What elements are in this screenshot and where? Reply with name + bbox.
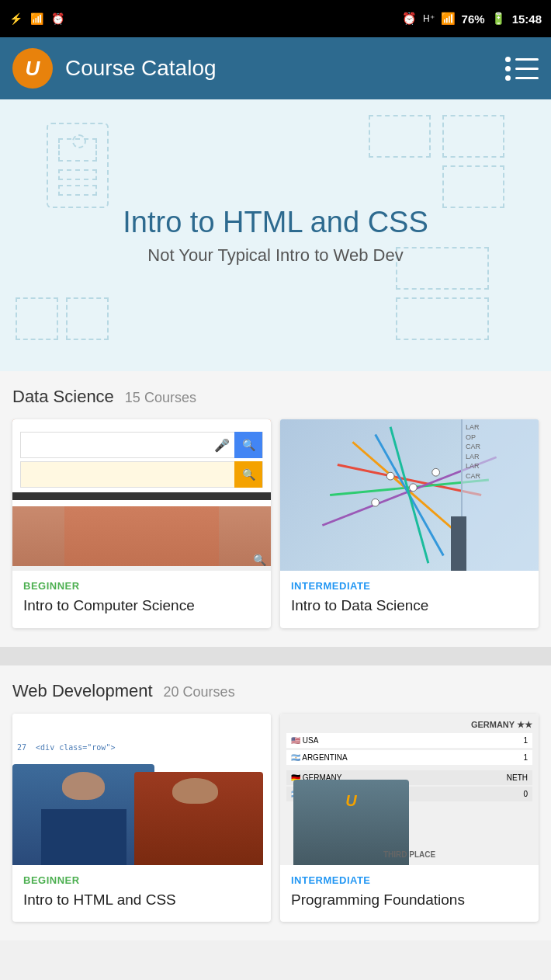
app-bar: U Course Catalog [0,37,551,99]
hero-text: Intro to HTML and CSS Not Your Typical I… [123,206,428,266]
status-bar: ⚡ 📶 ⏰ ⏰ H⁺ 📶 76% 🔋 15:48 [0,0,551,37]
bracket-row-2: 🇦🇷 ARGENTINA 1 [286,750,532,765]
mic-icon: 🎤 [210,438,234,453]
menu-bar-1 [515,58,539,61]
course-info-ds: INTERMEDIATE Intro to Data Science [280,571,539,628]
svg-point-9 [372,499,379,506]
course-card-prog[interactable]: GERMANY ★★ 🇺🇸 USA 1 🇦🇷 ARGENTINA 1 🇩🇪 GE… [280,714,539,923]
menu-line-1 [505,57,539,62]
svg-point-7 [410,484,418,492]
person-ds-silhouette [451,516,466,571]
web-dev-header: Web Development 20 Courses [12,681,539,701]
web-dev-courses-row: 27 <div class="row"> 28 <h2>Featured Wor… [12,714,539,923]
web-dev-title: Web Development [12,681,153,701]
course-info-prog: INTERMEDIATE Programming Foundations [280,865,539,923]
wf-screen3 [58,185,97,196]
menu-dot-2 [505,66,511,71]
course-thumbnail-html: 27 <div class="row"> 28 <h2>Featured Wor… [12,714,271,865]
data-science-count: 15 Courses [125,390,196,406]
dark-bar [12,492,271,500]
course-info-html: BEGINNER Intro to HTML and CSS [12,865,271,923]
p1-head [62,772,105,800]
search-row-1: 🎤 🔍 [20,432,263,458]
menu-line-3 [505,75,539,81]
udacity-logo: U [12,48,53,89]
battery-icon: 🔋 [491,12,506,26]
overflow-menu-button[interactable] [505,57,539,81]
course-thumbnail-ds: LAROPCARLARLARCAR [280,419,539,571]
network-icon: H⁺ [423,13,435,24]
menu-dot-1 [505,57,511,62]
code-line-1: 27 <div class="row"> [17,742,266,753]
br4-score: 0 [523,790,528,798]
course-level-ds: INTERMEDIATE [291,580,528,592]
course-thumbnail-prog: GERMANY ★★ 🇺🇸 USA 1 🇦🇷 ARGENTINA 1 🇩🇪 GE… [280,714,539,865]
search-button-orange[interactable]: 🔍 [234,461,262,488]
menu-line-2 [505,66,539,71]
wf-box-r2 [369,115,431,158]
menu-dot-3 [505,75,511,81]
course-level-prog: INTERMEDIATE [291,874,528,886]
app-title: Course Catalog [65,56,217,81]
wf-screen2 [58,169,97,180]
search-button-blue[interactable]: 🔍 [234,432,262,458]
course-name-prog: Programming Foundations [291,891,528,910]
wf-circle [72,134,86,148]
menu-bar-2 [515,68,539,70]
course-card-ds[interactable]: LAROPCARLARLARCAR INTERMEDIATE Intro to … [280,419,539,628]
br2-label: 🇦🇷 ARGENTINA [291,753,348,762]
person-html-1 [12,764,154,865]
wf-box-b2 [66,297,109,340]
svg-point-8 [432,468,440,476]
person-html-2 [134,772,264,865]
building-right: LAROPCARLARLARCAR [461,419,539,571]
course-card-cs[interactable]: 🎤 🔍 🔍 [12,419,271,628]
search-ui: 🎤 🔍 🔍 [12,419,271,506]
menu-bar-3 [515,77,539,79]
course-name-ds: Intro to Data Science [291,596,528,616]
course-level-html: BEGINNER [23,874,260,886]
course-name-cs: Intro to Computer Science [23,596,260,616]
course-info-cs: BEGINNER Intro to Computer Science [12,571,271,628]
wf-box-r1 [442,115,504,158]
app-bar-left: U Course Catalog [12,48,217,89]
svg-point-6 [386,472,394,480]
clock: 15:48 [512,12,542,26]
wf-box-b1 [16,297,58,340]
bracket-country: GERMANY ★★ [286,720,532,730]
search-icon-small: 🔍 [248,549,271,571]
status-right: ⏰ H⁺ 📶 76% 🔋 15:48 [402,12,542,26]
svg-line-5 [390,427,428,564]
status-left-icons: ⚡ 📶 ⏰ [9,12,64,25]
bracket-row-1: 🇺🇸 USA 1 [286,733,532,748]
third-place-label: THIRD PLACE [280,850,539,859]
map-container: LAROPCARLARLARCAR [280,419,539,571]
wifi-icon: 📶 [30,12,43,25]
web-dev-count: 20 Courses [164,684,235,700]
p2-head [172,778,217,805]
br3-score: NETH [507,773,528,782]
hero-title: Intro to HTML and CSS [123,206,428,239]
p1-body [41,809,126,865]
hero-subtitle: Not Your Typical Intro to Web Dev [123,245,428,266]
alarm-clock-icon: ⏰ [402,12,417,26]
thumb-bottom-bar [12,566,271,571]
battery-percent: 76% [462,12,485,26]
br1-score: 1 [523,736,528,745]
course-card-html[interactable]: 27 <div class="row"> 28 <h2>Featured Wor… [12,714,271,923]
data-science-title: Data Science [12,387,114,407]
data-science-section: Data Science 15 Courses 🎤 🔍 🔍 [0,371,551,647]
course-name-html: Intro to HTML and CSS [23,891,260,910]
alarm-icon: ⏰ [51,12,64,25]
br1-label: 🇺🇸 USA [291,736,318,745]
people-overlay [12,764,271,865]
search-row-2: 🔍 [20,461,263,488]
usb-icon: ⚡ [9,12,23,25]
signal-icon: 📶 [441,12,456,26]
br2-score: 1 [523,753,528,762]
data-science-courses-row: 🎤 🔍 🔍 [12,419,539,628]
section-divider [0,647,551,665]
wf-box-r3 [442,165,504,208]
data-science-header: Data Science 15 Courses [12,387,539,407]
course-level-cs: BEGINNER [23,580,260,592]
